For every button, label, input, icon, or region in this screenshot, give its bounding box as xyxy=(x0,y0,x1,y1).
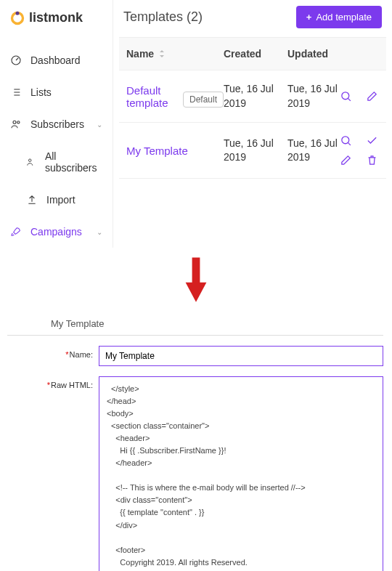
name-input[interactable] xyxy=(99,346,383,366)
sidebar-item-label: All subscribers xyxy=(45,150,102,174)
sidebar-item-label: Import xyxy=(46,194,75,206)
name-label: *Name: xyxy=(45,346,93,359)
brand-logo: listmonk xyxy=(0,6,113,30)
gauge-icon xyxy=(10,54,22,66)
sidebar-item-import[interactable]: Import xyxy=(0,184,113,216)
brand-name: listmonk xyxy=(29,10,83,25)
list-icon xyxy=(10,86,22,98)
page-title: Templates (2) xyxy=(123,9,203,25)
table-header: Name Created Updated xyxy=(119,37,386,70)
people-icon xyxy=(26,156,36,168)
template-name-link[interactable]: Default template xyxy=(126,84,183,109)
template-name-link[interactable]: My Template xyxy=(126,145,188,157)
delete-icon[interactable] xyxy=(366,154,378,166)
chevron-icon: ⌄ xyxy=(97,228,102,236)
svg-point-3 xyxy=(13,121,16,123)
svg-point-1 xyxy=(16,11,20,15)
plus-icon: + xyxy=(306,12,312,23)
edit-icon[interactable] xyxy=(340,154,352,166)
svg-point-6 xyxy=(342,92,349,100)
edit-icon[interactable] xyxy=(366,90,378,102)
sidebar-item-label: Campaigns xyxy=(30,226,82,238)
sidebar-item-subscribers[interactable]: Subscribers ⌄ xyxy=(0,108,113,140)
upload-icon xyxy=(26,194,38,206)
listmonk-icon xyxy=(10,11,25,25)
updated-date: Tue, 16 Jul 2019 xyxy=(287,137,340,165)
updated-date: Tue, 16 Jul 2019 xyxy=(287,82,340,110)
table-row: My Template Tue, 16 Jul 2019 Tue, 16 Jul… xyxy=(119,123,386,179)
svg-point-7 xyxy=(342,137,349,144)
svg-point-4 xyxy=(17,121,20,123)
table-row: Default template Default Tue, 16 Jul 201… xyxy=(119,70,386,123)
people-icon xyxy=(10,118,22,130)
sidebar-item-dashboard[interactable]: Dashboard xyxy=(0,44,113,76)
preview-icon[interactable] xyxy=(340,90,352,102)
arrow-down-icon xyxy=(183,255,209,306)
column-updated[interactable]: Updated xyxy=(287,48,340,60)
add-button-label: Add template xyxy=(316,12,372,23)
sidebar: listmonk Dashboard Lists Subscribers ⌄ xyxy=(0,0,113,248)
column-created[interactable]: Created xyxy=(224,48,287,60)
annotation-arrow xyxy=(0,248,392,311)
preview-icon[interactable] xyxy=(340,134,352,147)
created-date: Tue, 16 Jul 2019 xyxy=(224,82,287,110)
raw-html-textarea[interactable] xyxy=(99,376,383,571)
rocket-icon xyxy=(10,226,22,238)
raw-html-label: *Raw HTML: xyxy=(45,376,93,389)
default-badge: Default xyxy=(183,92,224,108)
sidebar-item-label: Subscribers xyxy=(30,118,84,130)
sort-icon xyxy=(158,50,166,57)
column-name[interactable]: Name xyxy=(123,48,224,60)
sidebar-item-campaigns[interactable]: Campaigns ⌄ xyxy=(0,216,113,248)
add-template-button[interactable]: + Add template xyxy=(296,6,382,28)
svg-point-5 xyxy=(28,159,30,161)
sidebar-item-label: Lists xyxy=(30,86,52,98)
chevron-icon: ⌄ xyxy=(97,121,102,129)
sidebar-item-all-subscribers[interactable]: All subscribers xyxy=(0,140,113,184)
editor-title: My Template xyxy=(51,314,383,333)
template-editor: My Template *Name: *Raw HTML: xyxy=(0,311,392,571)
created-date: Tue, 16 Jul 2019 xyxy=(224,137,287,165)
main-content: Templates (2) + Add template Name Create… xyxy=(113,0,392,248)
sidebar-item-lists[interactable]: Lists xyxy=(0,76,113,108)
set-default-icon[interactable] xyxy=(366,134,378,147)
sidebar-item-label: Dashboard xyxy=(30,54,81,66)
